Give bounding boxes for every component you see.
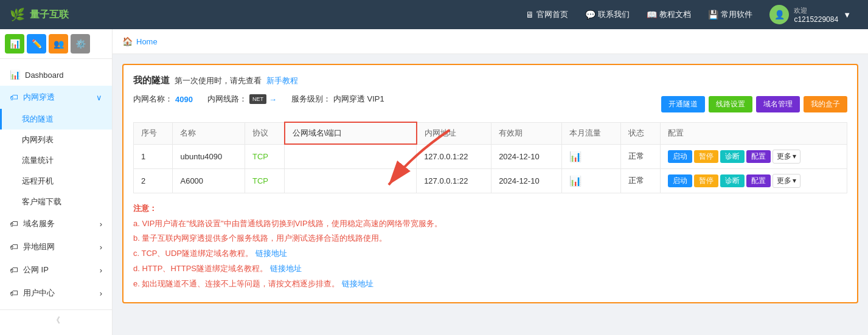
sidebar-tool-settings[interactable]: ⚙️ (71, 34, 90, 54)
cell-seq-1: 1 (134, 144, 173, 168)
cell-traffic-1[interactable]: 📊 (561, 144, 620, 168)
greeting-label: 欢迎 (794, 6, 838, 15)
cell-internal-2: 127.0.0.1:22 (417, 168, 491, 193)
notes-section: 注意： a. VIP用户请在"线路设置"中由普通线路切换到VIP线路，使用稳定高… (133, 203, 847, 291)
sidebar-submenu-my-tunnel-wrapper: 我的隧道 (0, 109, 112, 130)
tunnel-panel: 我的隧道 第一次使用时，请先查看 新手教程 内网名称： 4090 内网线路： N… (122, 64, 858, 303)
open-tunnel-button[interactable]: 开通隧道 (661, 96, 705, 112)
panel-title: 我的隧道 (133, 75, 170, 86)
meta-service: 服务级别： 内网穿透 VIP1 (291, 94, 384, 105)
panel-meta: 内网名称： 4090 内网线路： NET → 服务级别： 内网穿透 VIP1 (133, 94, 384, 105)
nav-docs-label: 教程文档 (659, 9, 691, 20)
line-label: 内网线路： (207, 94, 247, 105)
service-value: 内网穿透 VIP1 (333, 94, 384, 105)
sidebar-tool-chart[interactable]: 📊 (5, 34, 24, 54)
meta-line: 内网线路： NET → (207, 94, 277, 105)
note-d-link[interactable]: 链接地址 (270, 264, 302, 273)
nav-official-site[interactable]: 🖥 官网首页 (518, 5, 575, 24)
more-button-1[interactable]: 更多▾ (773, 150, 800, 164)
app-layout: 📊 ✏️ 👥 ⚙️ 📊 Dashboard 🏷 内网穿透 ∨ 我的隧道 (0, 29, 868, 335)
cell-actions-2: 启动 暂停 诊断 配置 更多▾ (660, 168, 847, 193)
book-icon: 📖 (647, 10, 657, 19)
sidebar-item-my-tunnel[interactable]: 我的隧道 (0, 109, 112, 130)
note-item-a: a. VIP用户请在"线路设置"中由普通线路切换到VIP线路，使用稳定高速的网络… (133, 218, 847, 230)
network-icon: NET (249, 94, 266, 104)
line-settings-button[interactable]: 线路设置 (709, 96, 752, 112)
sidebar-item-client-download[interactable]: 客户端下载 (0, 192, 112, 212)
config-button-2[interactable]: 配置 (746, 174, 771, 187)
start-button-2[interactable]: 启动 (668, 174, 692, 187)
config-button-1[interactable]: 配置 (746, 150, 771, 163)
pause-button-2[interactable]: 暂停 (694, 174, 718, 187)
note-item-e: e. 如出现隧道不通、连接不上等问题，请按文档逐步排查。 链接地址 (133, 278, 847, 291)
table-container: 序号 名称 协议 公网域名\端口 内网地址 有效期 本月流量 状态 配置 (133, 122, 847, 193)
note-c-link[interactable]: 链接地址 (255, 249, 287, 258)
nav-contact[interactable]: 💬 联系我们 (578, 5, 637, 24)
name-value: 4090 (175, 95, 193, 104)
user-info: 欢迎 c1215229084 (794, 6, 838, 24)
sidebar-item-public-ip[interactable]: 🏷 公网 IP › (0, 258, 112, 281)
sidebar-item-remote-boot[interactable]: 远程开机 (0, 171, 112, 192)
table-body: 1 ubuntu4090 TCP xxxx.example.com:12345 … (134, 144, 847, 193)
intranet-icon: 🏷 (10, 92, 18, 102)
traffic-chart-icon-2[interactable]: 📊 (569, 176, 582, 186)
pause-button-1[interactable]: 暂停 (694, 150, 718, 163)
sidebar-item-user-center[interactable]: 🏷 用户中心 › (0, 281, 112, 305)
col-status: 状态 (621, 122, 660, 144)
diag-button-2[interactable]: 诊断 (720, 174, 745, 187)
username-label: c1215229084 (794, 15, 838, 24)
col-config: 配置 (660, 122, 847, 144)
service-label: 服务级别： (291, 94, 331, 105)
my-box-button[interactable]: 我的盒子 (804, 96, 847, 112)
note-b-text: b. 量子互联内网穿透提供多个服务线路，用户测试选择合适的线路使用。 (133, 233, 387, 243)
more-arrow-1: ▾ (793, 152, 796, 161)
cell-name-2: A6000 (173, 168, 245, 193)
traffic-chart-icon-1[interactable]: 📊 (569, 151, 582, 162)
note-e-link[interactable]: 链接地址 (342, 279, 373, 288)
domain-icon: 🏷 (10, 219, 18, 229)
user-menu[interactable]: 👤 欢迎 c1215229084 ▼ (762, 1, 858, 28)
chevron-right-icon3: › (100, 266, 102, 275)
col-traffic: 本月流量 (561, 122, 620, 144)
sidebar-dashboard-label: Dashboard (25, 71, 64, 80)
nav-software[interactable]: 💾 常用软件 (701, 5, 760, 24)
brand-logo[interactable]: 🌿 量子互联 (10, 7, 69, 22)
col-expires: 有效期 (491, 122, 562, 144)
public-ip-icon: 🏷 (10, 265, 18, 275)
note-c-prefix: c. TCP、UDP隧道绑定域名教程。 (133, 249, 253, 258)
cell-traffic-2[interactable]: 📊 (561, 168, 620, 193)
intranet-list-label: 内网列表 (22, 134, 54, 145)
more-button-2[interactable]: 更多▾ (773, 174, 800, 188)
domain-mgmt-button[interactable]: 域名管理 (756, 96, 800, 112)
tutorial-prefix: 第一次使用时，请先查看 (175, 75, 262, 86)
more-arrow-2: ▾ (793, 176, 796, 185)
sidebar-item-dashboard[interactable]: 📊 Dashboard (0, 64, 112, 86)
sidebar-item-intranet[interactable]: 🏷 内网穿透 ∨ (0, 86, 112, 109)
tutorial-link[interactable]: 新手教程 (266, 75, 298, 86)
sidebar-tool-users[interactable]: 👥 (49, 34, 68, 54)
sidebar-item-domain[interactable]: 🏷 域名服务 › (0, 212, 112, 235)
start-button-1[interactable]: 启动 (668, 150, 692, 163)
sidebar-collapse-button[interactable]: 《 (0, 309, 112, 331)
cell-seq-2: 2 (134, 168, 173, 193)
dropdown-arrow-icon: ▼ (843, 10, 851, 19)
chat-icon: 💬 (585, 10, 595, 19)
sidebar-intranet-label: 内网穿透 (23, 92, 55, 103)
nav-docs[interactable]: 📖 教程文档 (639, 5, 698, 24)
sidebar-item-hetero-net[interactable]: 🏷 异地组网 › (0, 235, 112, 258)
table-header: 序号 名称 协议 公网域名\端口 内网地址 有效期 本月流量 状态 配置 (134, 122, 847, 144)
sidebar-item-traffic-stats[interactable]: 流量统计 (0, 150, 112, 171)
diag-button-1[interactable]: 诊断 (720, 150, 745, 163)
traffic-stats-label: 流量统计 (22, 155, 54, 166)
breadcrumb-home-label[interactable]: Home (136, 37, 158, 46)
sidebar-item-intranet-list[interactable]: 内网列表 (0, 130, 112, 150)
col-domain: 公网域名\端口 (285, 122, 417, 144)
col-protocol: 协议 (245, 122, 284, 144)
cell-expires-1: 2024-12-10 (491, 144, 562, 168)
user-center-icon: 🏷 (10, 288, 18, 298)
table-row: 2 A6000 TCP xxxx.example.com:12346 127.0… (134, 168, 847, 193)
table-row: 1 ubuntu4090 TCP xxxx.example.com:12345 … (134, 144, 847, 168)
content-area: 我的隧道 第一次使用时，请先查看 新手教程 内网名称： 4090 内网线路： N… (113, 54, 868, 313)
sidebar-tool-edit[interactable]: ✏️ (27, 34, 46, 54)
meta-name: 内网名称： 4090 (133, 94, 193, 105)
